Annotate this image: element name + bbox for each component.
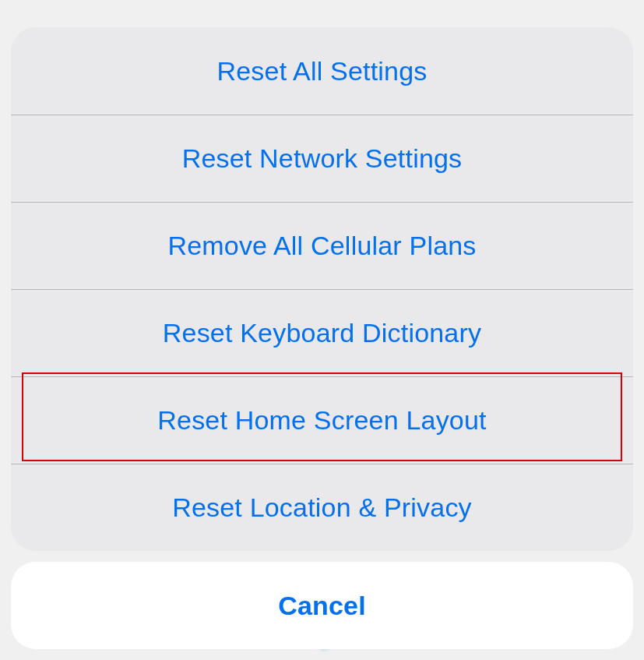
- reset-all-settings-button[interactable]: Reset All Settings: [11, 27, 633, 115]
- reset-network-settings-button[interactable]: Reset Network Settings: [11, 115, 633, 202]
- action-label: Reset Location & Privacy: [172, 492, 472, 523]
- remove-all-cellular-plans-button[interactable]: Remove All Cellular Plans: [11, 202, 633, 289]
- cancel-container: Cancel: [11, 562, 633, 649]
- action-label: Reset Home Screen Layout: [157, 405, 486, 436]
- reset-location-privacy-button[interactable]: Reset Location & Privacy: [11, 464, 633, 551]
- reset-home-screen-layout-button[interactable]: Reset Home Screen Layout: [11, 376, 633, 464]
- cancel-button[interactable]: Cancel: [11, 562, 633, 649]
- action-sheet: Reset All Settings Reset Network Setting…: [11, 27, 633, 551]
- reset-keyboard-dictionary-button[interactable]: Reset Keyboard Dictionary: [11, 289, 633, 376]
- action-label: Reset Keyboard Dictionary: [163, 318, 481, 348]
- action-label: Reset All Settings: [216, 56, 427, 86]
- cancel-label: Cancel: [278, 591, 366, 621]
- action-sheet-container: Reset All Settings Reset Network Setting…: [11, 0, 633, 649]
- action-label: Reset Network Settings: [182, 143, 463, 174]
- action-label: Remove All Cellular Plans: [167, 231, 476, 261]
